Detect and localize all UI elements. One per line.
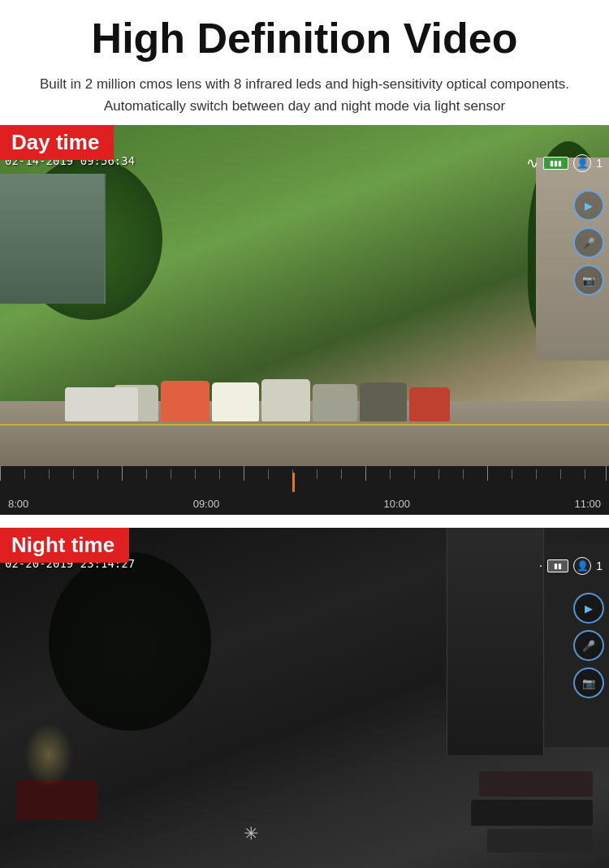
night-cam-icons: · ▮▮ 👤 1 — [539, 557, 603, 575]
cursor-motion-icon: ✳ — [244, 823, 258, 844]
page-title: High Definition Video — [24, 15, 585, 63]
tick — [49, 469, 50, 479]
night-side-buttons: ▶ 🎤 📷 — [573, 593, 604, 698]
day-timeline-indicator — [292, 473, 295, 492]
day-mode-label: Day time — [0, 125, 114, 160]
mic-button-day[interactable]: 🎤 — [573, 227, 604, 258]
night-car-1 — [479, 771, 593, 797]
tick — [438, 469, 439, 479]
tick — [536, 469, 537, 479]
video-icon-day: ▶ — [585, 200, 593, 212]
wifi-icon-night: · — [539, 559, 542, 573]
day-timeline: 8:00 09:00 10:00 11:00 — [0, 466, 609, 515]
car-5 — [313, 384, 357, 421]
camera-button-day[interactable]: 📷 — [573, 265, 604, 296]
mic-icon-day: 🎤 — [582, 237, 595, 249]
tick — [122, 466, 123, 481]
subtitle: Built in 2 million cmos lens with 8 infr… — [28, 73, 581, 117]
night-camera-view: ✳ 02-20-2019 23:14:27 · ▮▮ 👤 1 ▶ 🎤 📷 — [0, 528, 609, 868]
tick — [268, 469, 269, 479]
tick — [390, 469, 391, 479]
tick — [585, 469, 585, 479]
tick — [560, 469, 561, 479]
day-camera-section: Day time 02-14-2019 09:56:34 ∿ ▮▮▮ — [0, 125, 609, 515]
battery-icon-night: ▮▮ — [547, 559, 568, 572]
timeline-label-4: 11:00 — [574, 498, 601, 510]
tick — [219, 469, 220, 479]
tick — [73, 469, 74, 479]
night-light-spot — [24, 723, 73, 788]
building-night-center — [447, 528, 544, 755]
section-divider — [0, 515, 609, 528]
tree-night — [49, 552, 211, 731]
user-icon-night: 👤 — [573, 557, 591, 575]
night-mode-label: Night time — [0, 528, 129, 563]
tick — [487, 466, 488, 481]
day-side-buttons: ▶ 🎤 📷 — [573, 190, 604, 296]
tick — [463, 469, 464, 479]
tick — [244, 466, 244, 481]
car-2 — [161, 381, 209, 421]
car-4 — [261, 379, 310, 421]
wifi-icon-day: ∿ — [526, 154, 538, 172]
timeline-label-1: 8:00 — [8, 498, 28, 510]
road-line — [0, 424, 609, 425]
tick — [97, 469, 98, 479]
battery-icon-day: ▮▮▮ — [543, 157, 568, 170]
car-7 — [409, 387, 450, 421]
tick — [414, 469, 415, 479]
tick — [606, 466, 607, 481]
timeline-label-2: 09:00 — [193, 498, 220, 510]
tick — [0, 466, 1, 481]
mic-icon-night: 🎤 — [582, 640, 595, 652]
night-cars — [471, 771, 601, 853]
user-icon-day: 👤 — [573, 154, 591, 172]
tick — [512, 469, 512, 479]
camera-icon-night: 📷 — [582, 677, 595, 689]
header: High Definition Video Built in 2 million… — [0, 0, 609, 125]
video-button-day[interactable]: ▶ — [573, 190, 604, 221]
video-button-night[interactable]: ▶ — [573, 593, 604, 624]
car-3 — [212, 382, 259, 421]
camera-button-night[interactable]: 📷 — [573, 667, 604, 698]
cars-row — [114, 348, 528, 421]
night-car-2 — [471, 800, 593, 826]
tick — [317, 469, 317, 479]
tick — [171, 469, 171, 479]
car-6 — [360, 382, 407, 421]
user-count-day: 1 — [596, 157, 603, 170]
night-car-3 — [487, 829, 593, 853]
camera-icon-day: 📷 — [582, 274, 595, 287]
tick — [24, 469, 25, 479]
user-count-night: 1 — [596, 559, 603, 572]
mic-button-night[interactable]: 🎤 — [573, 630, 604, 661]
night-camera-section: Night time ✳ 02-20-2019 23:14:27 · ▮▮ 👤 — [0, 528, 609, 868]
tick — [365, 466, 366, 481]
tick — [341, 469, 342, 479]
tick — [195, 469, 196, 479]
white-van — [65, 387, 138, 421]
timeline-label-3: 10:00 — [384, 498, 411, 510]
day-timeline-labels: 8:00 09:00 10:00 11:00 — [0, 498, 609, 510]
tick — [146, 469, 147, 479]
day-cam-icons: ∿ ▮▮▮ 👤 1 — [526, 154, 603, 172]
day-camera-view: 02-14-2019 09:56:34 ∿ ▮▮▮ 👤 1 ▶ 🎤 📷 — [0, 125, 609, 466]
video-icon-night: ▶ — [585, 602, 593, 615]
building-left — [0, 174, 106, 304]
